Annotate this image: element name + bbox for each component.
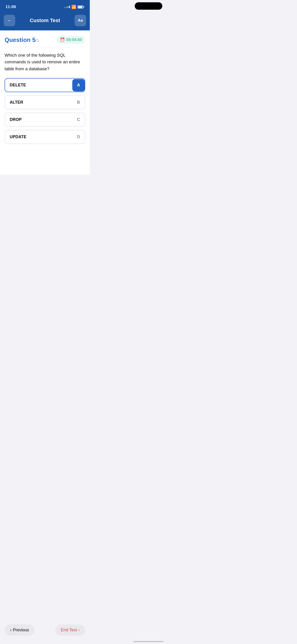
font-label: Aa <box>78 18 83 23</box>
question-header: Question 5/5 ⏰ 00:04:50 <box>4 36 85 44</box>
answer-label-d: UPDATE <box>10 134 26 139</box>
answer-option-b[interactable]: ALTER B <box>4 95 85 110</box>
answer-letter-a: A <box>77 83 80 88</box>
answer-option-d[interactable]: UPDATE D <box>4 130 85 144</box>
timer-icon: ⏰ <box>60 37 65 42</box>
answer-letter-c: C <box>77 117 80 122</box>
answer-letter-b: B <box>77 100 80 105</box>
question-current-label: Question 5 <box>4 36 36 43</box>
back-button[interactable]: ← <box>4 15 15 26</box>
question-text: Which one of the following SQL commands … <box>4 52 85 72</box>
header-title: Custom Test <box>30 18 60 24</box>
battery-icon <box>78 6 84 8</box>
answer-letter-d: D <box>77 134 80 139</box>
timer-badge: ⏰ 00:04:50 <box>57 36 85 44</box>
question-total: /5 <box>36 38 39 43</box>
answer-label-b: ALTER <box>10 100 23 105</box>
font-size-button[interactable]: Aa <box>74 15 86 26</box>
answer-letter-box-d: D <box>72 131 85 143</box>
main-content: Question 5/5 ⏰ 00:04:50 Which one of the… <box>0 30 90 175</box>
question-number: Question 5/5 <box>4 36 39 44</box>
answer-letter-box-b: B <box>72 96 85 109</box>
app-header: ← Custom Test Aa <box>0 12 90 30</box>
answer-label-c: DROP <box>10 117 22 122</box>
answer-letter-box-a: A <box>72 79 85 92</box>
answer-options-list: DELETE A ALTER B DROP C UPDATE D <box>4 78 85 144</box>
answer-option-a[interactable]: DELETE A <box>4 78 85 92</box>
answer-label-a: DELETE <box>10 83 26 88</box>
answer-option-c[interactable]: DROP C <box>4 113 85 127</box>
back-arrow-icon: ← <box>7 18 12 24</box>
status-bar: 11:08 📶 <box>0 0 90 12</box>
status-icons: 📶 <box>64 4 84 10</box>
signal-icon <box>64 6 70 8</box>
divider <box>4 47 85 47</box>
answer-letter-box-c: C <box>72 114 85 126</box>
status-time: 11:08 <box>6 4 16 9</box>
wifi-icon: 📶 <box>71 4 76 10</box>
timer-text: 00:04:50 <box>66 38 82 42</box>
